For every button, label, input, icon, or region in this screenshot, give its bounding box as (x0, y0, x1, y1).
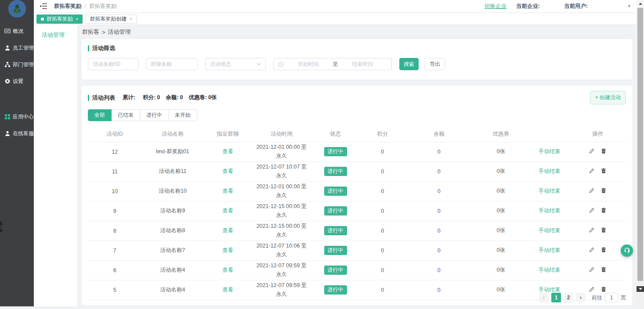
manual-end-link[interactable]: 手动结束 (538, 247, 560, 253)
customer-service-button[interactable] (621, 244, 633, 257)
manual-end-link[interactable]: 手动结束 (538, 168, 560, 174)
sidebar-item-label: 部门管理 (13, 61, 34, 68)
sidebar-item-label: 概况 (13, 28, 23, 35)
manual-end-link[interactable]: 手动结束 (538, 227, 560, 234)
delete-icon[interactable] (601, 207, 607, 213)
cell-coupons: 0张 (473, 201, 529, 221)
view-link[interactable]: 查看 (222, 208, 233, 214)
manual-end-link[interactable]: 手动结束 (538, 208, 560, 214)
avatar-figure-icon (8, 0, 26, 18)
cell-activity-id: 12 (88, 142, 142, 162)
edit-icon[interactable] (589, 148, 595, 154)
filter-title-text: 活动筛选 (92, 44, 115, 52)
sidebar-spacer (0, 90, 34, 108)
user-dropdown-caret-icon[interactable]: ▼ (627, 4, 631, 8)
manual-end-link[interactable]: 手动结束 (538, 148, 560, 154)
edit-icon[interactable] (589, 187, 595, 194)
create-activity-button[interactable]: + 创建活动 (590, 91, 626, 104)
page-button-2[interactable]: 2 (564, 293, 573, 302)
menu-fold-icon[interactable] (40, 3, 47, 9)
drawer-handle[interactable] (0, 222, 2, 232)
switch-company-link[interactable]: 切换企业 (485, 3, 507, 10)
column-header-10: 操作 (569, 127, 626, 142)
group-name-input[interactable] (146, 58, 198, 70)
scrollbar[interactable] (637, 0, 644, 309)
cell-status: 进行中 (311, 181, 359, 201)
manual-end-link[interactable]: 手动结束 (538, 188, 560, 194)
page-button-1[interactable]: 1 (551, 293, 561, 302)
edit-icon[interactable] (589, 247, 595, 253)
sidebar-item-support[interactable]: 在线客服 (0, 125, 34, 142)
status-tab-3[interactable]: 进行中 (140, 109, 169, 121)
view-link[interactable]: 查看 (222, 267, 233, 273)
sidebar-item-overview[interactable]: 概况 (0, 23, 34, 40)
activity-status-select[interactable]: 活动状态 (205, 58, 266, 70)
scroll-down-button[interactable] (637, 286, 644, 292)
scroll-up-button[interactable] (637, 0, 644, 7)
sidebar-item-dept[interactable]: 部门管理 (0, 56, 34, 73)
status-tab-2[interactable]: 已结束 (111, 109, 140, 121)
breadcrumb-first[interactable]: 群拓客奖励 (54, 3, 82, 10)
view-link[interactable]: 查看 (222, 148, 233, 154)
page-breadcrumb-first[interactable]: 群拓客 (82, 28, 99, 36)
stat-label: 积分: (143, 94, 156, 101)
view-link[interactable]: 查看 (222, 168, 233, 174)
view-link[interactable]: 查看 (222, 227, 233, 234)
delete-icon[interactable] (601, 247, 607, 253)
cell-coupons: 0张 (473, 221, 529, 241)
time-end-line: 永久 (252, 172, 311, 180)
main-content: 群拓客 > 活动管理 活动筛选 活动状态 开始时间 至 结束时间 搜索 导出 (77, 25, 637, 309)
view-link[interactable]: 查看 (222, 287, 233, 293)
manual-end-link[interactable]: 手动结束 (538, 267, 560, 273)
page-unit-label: 页 (621, 294, 626, 302)
edit-icon[interactable] (589, 286, 595, 292)
cell-points: 0 (360, 181, 405, 201)
avatar[interactable] (8, 0, 26, 18)
end-time-placeholder[interactable]: 结束时间 (338, 61, 387, 68)
close-tab-icon[interactable]: × (129, 17, 132, 22)
window-tab-1[interactable]: 群拓客奖励× (36, 14, 83, 24)
date-range-picker[interactable]: 开始时间 至 结束时间 (273, 58, 392, 70)
scrollbar-thumb[interactable] (637, 8, 643, 281)
window-tab-2[interactable]: 群拓客奖励创建× (85, 14, 136, 24)
column-header-4: 活动时间 (252, 127, 311, 142)
delete-icon[interactable] (601, 148, 607, 154)
start-time-placeholder[interactable]: 开始时间 (284, 61, 333, 68)
list-header: 活动列表 累计: 积分:0余额:0优惠卷:0张 + 创建活动 (88, 91, 626, 104)
edit-icon[interactable] (589, 266, 595, 273)
summary-stat: 积分:0 (143, 94, 160, 101)
prev-page-button[interactable]: ‹ (539, 293, 549, 302)
goto-page-input[interactable] (605, 293, 618, 302)
manual-end-link[interactable]: 手动结束 (538, 287, 560, 293)
export-button[interactable]: 导出 (425, 58, 445, 70)
time-end-line: 永久 (252, 251, 311, 259)
delete-icon[interactable] (601, 286, 607, 292)
sidebar-item-apps[interactable]: 应用中心 (0, 108, 34, 125)
time-start-line: 2021-12-01 00:00 至 (252, 143, 311, 151)
sidebar-item-settings[interactable]: 设置 (0, 73, 34, 90)
next-page-button[interactable]: › (576, 293, 586, 302)
submenu-item-activity-management[interactable]: 活动管理 (34, 25, 77, 39)
edit-icon[interactable] (589, 227, 595, 233)
edit-icon[interactable] (589, 207, 595, 213)
delete-icon[interactable] (601, 227, 607, 233)
delete-icon[interactable] (601, 187, 607, 194)
service-icon (4, 130, 11, 137)
cell-manual-end: 手动结束 (529, 260, 570, 280)
search-button[interactable]: 搜索 (399, 58, 419, 70)
status-badge: 进行中 (324, 266, 347, 275)
delete-icon[interactable] (601, 168, 607, 174)
delete-icon[interactable] (601, 266, 607, 273)
activity-name-input[interactable] (88, 58, 138, 70)
cell-balance: 0 (405, 280, 473, 300)
cell-coupons: 0张 (473, 162, 529, 181)
sidebar-item-staff[interactable]: 员工管理 (0, 40, 34, 56)
goto-label: 前往 (592, 294, 602, 302)
close-tab-icon[interactable]: × (76, 17, 78, 22)
view-link[interactable]: 查看 (222, 188, 233, 194)
status-tab-1[interactable]: 全部 (88, 109, 112, 121)
view-link[interactable]: 查看 (222, 247, 233, 253)
status-tab-4[interactable]: 未开始 (168, 109, 197, 121)
row-actions (589, 227, 607, 233)
edit-icon[interactable] (589, 168, 595, 174)
